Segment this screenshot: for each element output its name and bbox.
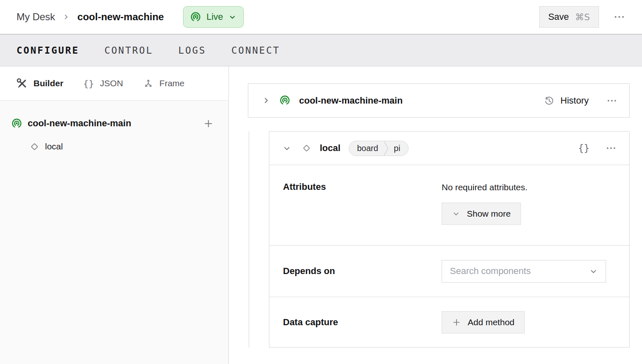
part-card-menu-button[interactable] [606,96,618,105]
machine-part-icon [11,118,22,129]
component-type: board [349,144,383,153]
attributes-label: Attributes [283,182,442,192]
machine-tree: cool-new-machine-main local [0,101,228,364]
data-capture-label: Data capture [283,317,442,328]
part-card-title: cool-new-machine-main [299,95,403,106]
collapse-chevron-down-icon[interactable] [283,144,291,153]
curly-braces-icon: {} [83,78,94,89]
attributes-content: No required attributes. Show more [442,182,528,225]
history-label: History [561,95,589,106]
configure-main-panel: cool-new-machine-main History local [229,66,642,364]
top-bar: My Desk cool-new-machine Live Save ⌘S [0,0,642,34]
show-more-button[interactable]: Show more [442,203,521,225]
add-method-button[interactable]: Add method [442,311,525,333]
component-model: pi [389,144,408,153]
component-menu-button[interactable] [605,144,617,153]
data-capture-section: Data capture Add method [269,297,629,347]
mode-json[interactable]: {} JSON [83,78,123,89]
chevron-down-icon [589,267,598,276]
save-shortcut: ⌘S [575,12,590,22]
history-button[interactable]: History [544,95,589,106]
content-area: Builder {} JSON Frame [0,66,642,364]
tree-part-label: cool-new-machine-main [28,118,131,129]
mode-frame-label: Frame [159,78,185,88]
live-status-label: Live [207,12,223,22]
component-card-header: local board pi {} [269,132,629,165]
save-button[interactable]: Save ⌘S [539,6,599,28]
tree-component-label: local [45,142,63,151]
tab-control[interactable]: CONTROL [105,45,153,56]
machine-part-card: cool-new-machine-main History [248,83,630,118]
breadcrumb-current: cool-new-machine [77,11,164,23]
breadcrumb-root[interactable]: My Desk [17,11,55,23]
mode-builder-label: Builder [33,78,63,88]
mode-frame[interactable]: Frame [143,78,185,89]
hierarchy-rail [249,131,249,347]
ellipsis-icon [606,96,618,105]
component-type-badge: board pi [349,141,409,156]
component-json-button[interactable]: {} [578,143,590,154]
attributes-section: Attributes No required attributes. Show … [269,165,629,246]
mode-builder[interactable]: Builder [17,78,63,89]
tab-configure[interactable]: CONFIGURE [17,45,79,56]
plus-icon [452,318,461,327]
live-status-dropdown[interactable]: Live [183,6,244,28]
topbar-menu-button[interactable] [613,12,625,22]
history-clock-icon [544,95,554,106]
ellipsis-icon [613,12,625,22]
tab-logs[interactable]: LOGS [178,45,206,56]
component-diamond-icon [301,143,312,154]
expand-chevron-right-icon[interactable] [262,96,271,105]
attributes-empty-text: No required attributes. [442,182,528,192]
tree-item-component-local[interactable]: local [0,135,228,158]
machine-part-icon [279,95,290,106]
show-more-label: Show more [467,209,511,219]
depends-on-select[interactable]: Search components [442,260,606,283]
configure-sidebar: Builder {} JSON Frame [0,66,229,364]
machine-online-icon [190,12,201,23]
depends-on-section: Depends on Search components [269,246,629,297]
builder-tools-icon [17,78,28,89]
add-method-label: Add method [468,317,514,327]
frame-axes-icon [143,78,154,89]
depends-on-label: Depends on [283,266,442,277]
component-card-local: local board pi {} Attributes No required… [269,131,630,347]
chevron-down-icon [228,13,236,21]
chevron-down-icon [452,210,460,218]
component-diamond-icon [29,141,40,152]
view-mode-switcher: Builder {} JSON Frame [0,66,228,101]
ellipsis-icon [605,144,617,153]
depends-on-placeholder: Search components [450,266,531,277]
add-component-button[interactable] [203,118,214,129]
save-label: Save [548,12,569,22]
plus-icon [203,118,214,129]
badge-divider-chevron [383,141,389,156]
mode-json-label: JSON [100,78,123,88]
component-title: local [320,143,340,154]
tab-connect[interactable]: CONNECT [231,45,280,56]
chevron-right-icon [62,13,70,21]
main-tab-bar: CONFIGURE CONTROL LOGS CONNECT [0,34,642,66]
breadcrumb: My Desk cool-new-machine [17,11,164,23]
tree-item-machine-part[interactable]: cool-new-machine-main [0,112,228,135]
